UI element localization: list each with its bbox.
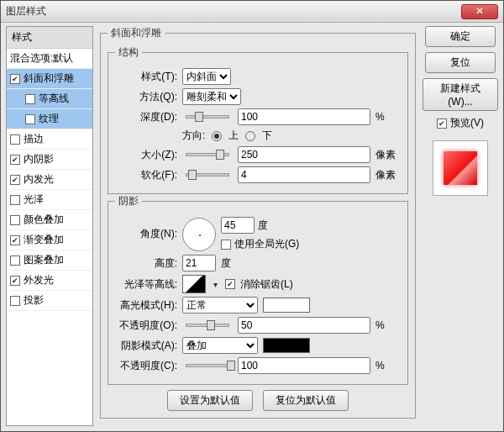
size-slider[interactable] xyxy=(186,153,229,156)
bevel-emboss-title: 斜面和浮雕 xyxy=(108,26,165,40)
style-label: 渐变叠加 xyxy=(24,233,64,247)
style-checkbox[interactable] xyxy=(10,276,20,286)
style-checkbox[interactable] xyxy=(10,296,20,306)
styles-list: 斜面和浮雕等高线纹理描边内阴影内发光光泽颜色叠加渐变叠加图案叠加外发光投影 xyxy=(7,69,92,311)
technique-label: 方法(Q): xyxy=(115,90,177,104)
style-row-7[interactable]: 颜色叠加 xyxy=(7,210,92,230)
gloss-label: 光泽等高线: xyxy=(115,277,177,292)
preview-label: 预览(V) xyxy=(450,116,484,130)
depth-label: 深度(D): xyxy=(115,110,177,124)
style-label: 纹理 xyxy=(39,112,59,126)
style-row-1[interactable]: 等高线 xyxy=(7,89,92,109)
style-label: 外发光 xyxy=(24,273,54,287)
style-checkbox[interactable] xyxy=(25,114,35,124)
style-checkbox[interactable] xyxy=(10,175,20,185)
style-checkbox[interactable] xyxy=(10,134,20,145)
style-checkbox[interactable] xyxy=(10,256,20,266)
highlight-opacity-input[interactable] xyxy=(238,317,370,334)
blending-options-row[interactable]: 混合选项:默认 xyxy=(7,49,92,69)
style-select[interactable]: 内斜面 xyxy=(182,68,231,85)
style-label: 斜面和浮雕 xyxy=(24,71,74,86)
close-button[interactable]: ✕ xyxy=(461,4,498,19)
soften-label: 软化(F): xyxy=(115,168,177,182)
angle-input[interactable] xyxy=(221,217,255,234)
style-row-0[interactable]: 斜面和浮雕 xyxy=(7,69,92,89)
make-default-button[interactable]: 设置为默认值 xyxy=(167,390,253,411)
style-checkbox[interactable] xyxy=(10,235,20,245)
style-label: 描边 xyxy=(24,132,44,146)
soften-slider[interactable] xyxy=(186,173,229,176)
altitude-unit: 度 xyxy=(221,256,231,271)
style-row-10[interactable]: 外发光 xyxy=(7,271,92,291)
depth-unit: % xyxy=(375,111,401,123)
content-area: 样式 混合选项:默认 斜面和浮雕等高线纹理描边内阴影内发光光泽颜色叠加渐变叠加图… xyxy=(6,26,498,426)
highlight-color-swatch[interactable] xyxy=(263,298,310,313)
preview-checkbox[interactable] xyxy=(437,119,447,129)
shadow-opacity-slider[interactable] xyxy=(186,364,229,367)
cancel-button[interactable]: 复位 xyxy=(425,52,496,73)
style-row-2[interactable]: 纹理 xyxy=(7,109,92,129)
angle-label: 角度(N): xyxy=(115,227,177,241)
depth-input[interactable] xyxy=(238,108,370,125)
style-checkbox[interactable] xyxy=(10,74,20,84)
direction-down-label: 下 xyxy=(262,129,272,143)
style-label: 投影 xyxy=(24,293,44,308)
style-row-4[interactable]: 内阴影 xyxy=(7,150,92,170)
global-light-checkbox[interactable] xyxy=(221,240,231,250)
shading-legend: 阴影 xyxy=(115,194,142,208)
style-checkbox[interactable] xyxy=(10,215,20,225)
shadow-opacity-label: 不透明度(C): xyxy=(115,359,177,373)
main-panel: 斜面和浮雕 结构 样式(T): 内斜面 方法(Q): 雕刻柔和 深度(D): xyxy=(100,26,416,426)
antialias-checkbox[interactable] xyxy=(225,279,235,289)
altitude-label: 高度: xyxy=(115,256,177,271)
gloss-contour-dropdown[interactable]: ▾ xyxy=(211,280,220,289)
shadow-opacity-input[interactable] xyxy=(238,357,370,374)
highlight-opacity-label: 不透明度(O): xyxy=(115,319,177,333)
style-row-11[interactable]: 投影 xyxy=(7,291,92,311)
style-row-5[interactable]: 内发光 xyxy=(7,170,92,190)
ok-button[interactable]: 确定 xyxy=(425,26,496,47)
technique-select[interactable]: 雕刻柔和 xyxy=(182,88,241,105)
direction-down-radio[interactable] xyxy=(245,131,255,141)
style-label: 内发光 xyxy=(24,172,54,187)
altitude-input[interactable] xyxy=(182,255,216,271)
style-row-9[interactable]: 图案叠加 xyxy=(7,250,92,271)
direction-label: 方向: xyxy=(182,129,205,143)
style-checkbox[interactable] xyxy=(25,94,35,104)
style-label: 图案叠加 xyxy=(24,253,64,267)
direction-up-radio[interactable] xyxy=(212,131,222,141)
size-unit: 像素 xyxy=(375,148,401,162)
new-style-button[interactable]: 新建样式(W)... xyxy=(423,78,498,111)
antialias-label: 消除锯齿(L) xyxy=(240,277,293,292)
shadow-color-swatch[interactable] xyxy=(263,338,310,353)
reset-default-button[interactable]: 复位为默认值 xyxy=(263,390,349,411)
shadow-opacity-unit: % xyxy=(375,360,401,371)
depth-slider[interactable] xyxy=(186,115,229,119)
preview-box xyxy=(433,140,488,196)
soften-unit: 像素 xyxy=(375,168,401,182)
style-row-8[interactable]: 渐变叠加 xyxy=(7,230,92,250)
style-label: 等高线 xyxy=(39,92,69,106)
style-checkbox[interactable] xyxy=(10,155,20,165)
shadow-mode-select[interactable]: 叠加 xyxy=(182,337,258,354)
style-checkbox[interactable] xyxy=(10,195,20,205)
angle-dial[interactable] xyxy=(182,218,216,251)
size-label: 大小(Z): xyxy=(115,148,177,162)
preview-shape xyxy=(444,151,477,185)
style-label: 光泽 xyxy=(24,192,44,207)
shadow-mode-label: 阴影模式(A): xyxy=(115,339,177,353)
highlight-opacity-slider[interactable] xyxy=(186,324,229,327)
layer-style-dialog: 图层样式 ✕ 样式 混合选项:默认 斜面和浮雕等高线纹理描边内阴影内发光光泽颜色… xyxy=(0,0,504,432)
highlight-mode-label: 高光模式(H): xyxy=(115,298,177,313)
gloss-contour-swatch[interactable] xyxy=(182,275,206,293)
style-row-6[interactable]: 光泽 xyxy=(7,190,92,210)
titlebar: 图层样式 ✕ xyxy=(1,1,503,23)
structure-legend: 结构 xyxy=(115,45,142,60)
soften-input[interactable] xyxy=(238,166,370,183)
blending-options-label: 混合选项:默认 xyxy=(10,51,73,66)
size-input[interactable] xyxy=(238,146,370,163)
highlight-mode-select[interactable]: 正常 xyxy=(182,297,258,313)
direction-up-label: 上 xyxy=(228,129,239,143)
styles-header: 样式 xyxy=(7,27,92,49)
style-row-3[interactable]: 描边 xyxy=(7,129,92,150)
